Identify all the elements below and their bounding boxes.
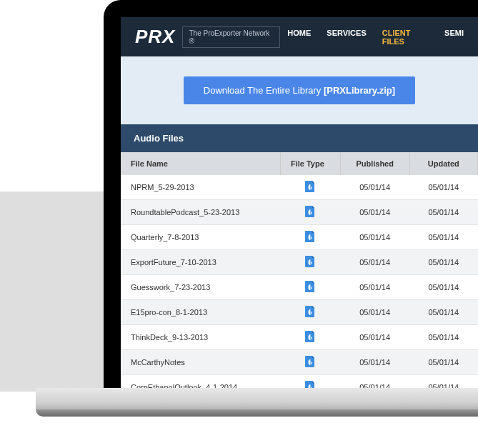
site-header: PRX The ProExporter Network ® HOME SERVI…	[121, 17, 478, 56]
updated-date: 05/01/14	[409, 300, 477, 325]
table-row: ThinkDeck_9-13-201305/01/1405/01/14	[121, 325, 478, 350]
screen: PRX The ProExporter Network ® HOME SERVI…	[121, 17, 478, 391]
table-row: McCarthyNotes05/01/1405/01/14	[121, 350, 478, 375]
laptop-base	[36, 388, 478, 412]
updated-date: 05/01/14	[409, 275, 477, 300]
updated-date: 05/01/14	[409, 250, 477, 275]
file-type-cell	[280, 200, 340, 225]
files-table: File Name File Type Published Updated NP…	[121, 152, 478, 391]
file-name-link[interactable]: NPRM_5-29-2013	[121, 175, 280, 200]
updated-date: 05/01/14	[409, 175, 477, 200]
published-date: 05/01/14	[340, 300, 409, 325]
file-name-link[interactable]: ThinkDeck_9-13-2013	[121, 325, 280, 350]
table-row: Guesswork_7-23-201305/01/1405/01/14	[121, 275, 478, 300]
audio-file-icon[interactable]	[305, 181, 315, 192]
audio-file-icon[interactable]	[305, 331, 315, 342]
updated-date: 05/01/14	[409, 350, 477, 375]
table-header-row: File Name File Type Published Updated	[121, 152, 478, 175]
tagline: The ProExporter Network ®	[182, 26, 280, 48]
table-row: ExportFuture_7-10-201305/01/1405/01/14	[121, 250, 478, 275]
table-row: Quarterly_7-8-201305/01/1405/01/14	[121, 225, 478, 250]
download-label-filename: [PRXLibrary.zip]	[324, 85, 395, 96]
download-label-prefix: Download The Entire Library	[204, 85, 324, 96]
col-header-type[interactable]: File Type	[280, 152, 340, 175]
audio-file-icon[interactable]	[305, 206, 315, 217]
nav-client-files[interactable]: CLIENT FILES	[382, 29, 429, 46]
nav-services[interactable]: SERVICES	[327, 29, 366, 46]
file-type-cell	[280, 350, 340, 375]
file-name-link[interactable]: E15pro-con_8-1-2013	[121, 300, 280, 325]
updated-date: 05/01/14	[409, 325, 477, 350]
file-type-cell	[280, 325, 340, 350]
section-title: Audio Files	[121, 124, 478, 152]
file-name-link[interactable]: Quarterly_7-8-2013	[121, 225, 280, 250]
table-row: E15pro-con_8-1-201305/01/1405/01/14	[121, 300, 478, 325]
audio-file-icon[interactable]	[305, 356, 315, 367]
file-type-cell	[280, 275, 340, 300]
published-date: 05/01/14	[340, 325, 409, 350]
published-date: 05/01/14	[340, 175, 409, 200]
audio-file-icon[interactable]	[305, 306, 315, 317]
decorative-shadow	[0, 191, 106, 392]
file-name-link[interactable]: RoundtablePodcast_5-23-2013	[121, 200, 280, 225]
nav-home[interactable]: HOME	[287, 29, 311, 46]
updated-date: 05/01/14	[409, 225, 477, 250]
file-type-cell	[280, 175, 340, 200]
audio-file-icon[interactable]	[305, 231, 315, 242]
file-name-link[interactable]: ExportFuture_7-10-2013	[121, 250, 280, 275]
logo[interactable]: PRX	[135, 26, 175, 48]
table-row: RoundtablePodcast_5-23-201305/01/1405/01…	[121, 200, 478, 225]
published-date: 05/01/14	[340, 275, 409, 300]
file-type-cell	[280, 250, 340, 275]
file-name-link[interactable]: McCarthyNotes	[121, 350, 280, 375]
nav-seminars[interactable]: SEMI	[444, 29, 464, 46]
file-name-link[interactable]: Guesswork_7-23-2013	[121, 275, 280, 300]
table-row: NPRM_5-29-201305/01/1405/01/14	[121, 175, 478, 200]
download-banner: Download The Entire Library [PRXLibrary.…	[121, 56, 478, 124]
file-type-cell	[280, 225, 340, 250]
audio-file-icon[interactable]	[305, 281, 315, 292]
published-date: 05/01/14	[340, 250, 409, 275]
laptop-bezel: PRX The ProExporter Network ® HOME SERVI…	[104, 0, 478, 391]
published-date: 05/01/14	[340, 200, 409, 225]
file-type-cell	[280, 300, 340, 325]
updated-date: 05/01/14	[409, 200, 477, 225]
col-header-updated[interactable]: Updated	[409, 152, 477, 175]
published-date: 05/01/14	[340, 350, 409, 375]
col-header-published[interactable]: Published	[340, 152, 409, 175]
published-date: 05/01/14	[340, 225, 409, 250]
audio-file-icon[interactable]	[305, 256, 315, 267]
primary-nav: HOME SERVICES CLIENT FILES SEMI	[287, 29, 464, 46]
col-header-name[interactable]: File Name	[121, 152, 280, 175]
download-library-button[interactable]: Download The Entire Library [PRXLibrary.…	[184, 76, 415, 104]
